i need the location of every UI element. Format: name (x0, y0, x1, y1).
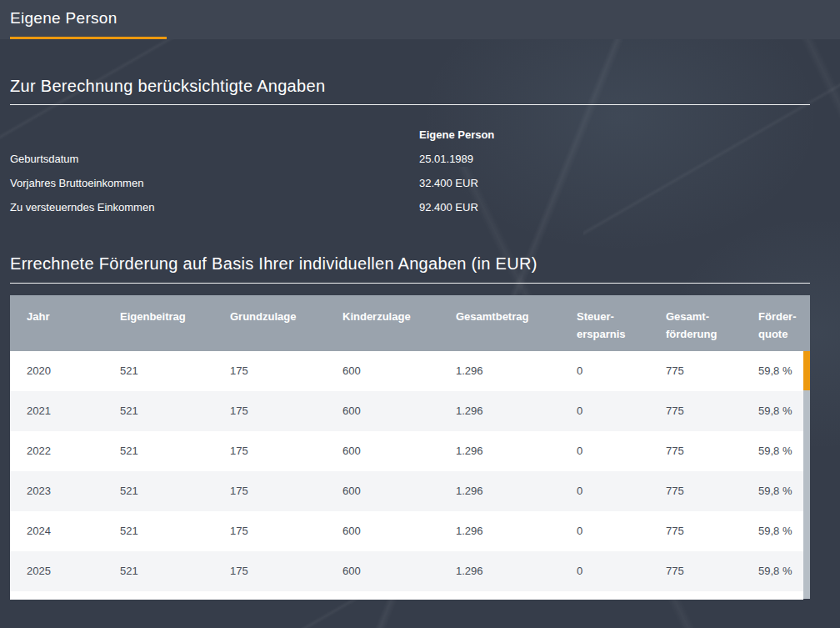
table-cell (742, 591, 803, 600)
inputs-grid-row: Geburtsdatum 25.01.1989 (10, 147, 810, 171)
table-cell: 775 (649, 511, 742, 551)
table-cell: 2020 (10, 351, 103, 391)
table-cell: 59,8 % (742, 431, 803, 471)
results-table-body: 20205211756001.296077559,8 %202152117560… (10, 351, 810, 600)
table-cell: 775 (649, 391, 742, 431)
table-cell: 600 (326, 351, 439, 391)
table-cell: 2025 (10, 551, 103, 591)
column-header: Steuer- ersparnis (560, 295, 649, 351)
table-cell: 0 (560, 351, 649, 391)
table-cell: 59,8 % (742, 351, 803, 391)
table-cell: 521 (103, 551, 213, 591)
results-section-heading: Errechnete Förderung auf Basis Ihrer ind… (10, 253, 810, 274)
column-header: Grundzulage (213, 295, 326, 351)
table-cell (649, 591, 742, 600)
table-cell: 1.296 (439, 391, 560, 431)
table-cell: 2024 (10, 511, 103, 551)
table-cell: 175 (213, 351, 326, 391)
table-cell (560, 591, 649, 600)
table-cell: 59,8 % (742, 551, 803, 591)
table-scrollbar-thumb[interactable] (803, 351, 810, 390)
table-cell: 521 (103, 351, 213, 391)
inputs-grid-row: Vorjahres Bruttoeinkommen 32.400 EUR (10, 171, 810, 195)
table-cell: 59,8 % (742, 391, 803, 431)
table-cell: 775 (649, 351, 742, 391)
table-cell: 1.296 (439, 511, 560, 551)
table-cell: 0 (560, 391, 649, 431)
table-cell: 521 (103, 471, 213, 511)
table-cell: 600 (326, 551, 439, 591)
table-row: 20205211756001.296077559,8 % (10, 351, 803, 391)
table-row: 20215211756001.296077559,8 % (10, 391, 803, 431)
table-cell (439, 591, 560, 600)
table-cell: 1.296 (439, 471, 560, 511)
section-divider (10, 104, 810, 105)
table-cell: 175 (213, 471, 326, 511)
page: Eigene Person Zur Berechnung berücksicht… (0, 0, 840, 628)
table-cell: 0 (560, 551, 649, 591)
table-cell: 2021 (10, 391, 103, 431)
inputs-grid-column-header: Eigene Person (419, 128, 810, 141)
tab-eigene-person[interactable]: Eigene Person (10, 0, 167, 39)
inputs-grid: Eigene Person Geburtsdatum 25.01.1989 Vo… (10, 123, 810, 219)
input-label: Geburtsdatum (10, 153, 419, 165)
input-value: 25.01.1989 (419, 153, 810, 165)
table-cell: 775 (649, 551, 742, 591)
table-cell: 175 (213, 551, 326, 591)
input-label: Vorjahres Bruttoeinkommen (10, 177, 419, 189)
results-table-header-row: JahrEigenbeitragGrundzulageKinderzulageG… (10, 295, 810, 351)
main-content: Zur Berechnung berücksichtigte Angaben E… (10, 39, 810, 600)
table-cell: 175 (213, 431, 326, 471)
table-row: 20225211756001.296077559,8 % (10, 431, 803, 471)
table-cell: 59,8 % (742, 511, 803, 551)
table-cell (10, 591, 103, 600)
column-header: Eigenbeitrag (103, 295, 213, 351)
column-header: Gesamt- förderung (649, 295, 742, 351)
table-cell: 0 (560, 431, 649, 471)
table-cell (326, 591, 439, 600)
table-cell (103, 591, 213, 600)
table-cell: 600 (326, 391, 439, 431)
input-label: Zu versteuerndes Einkommen (10, 201, 419, 214)
table-row: 20235211756001.296077559,8 % (10, 471, 803, 511)
table-cell: 1.296 (439, 551, 560, 591)
column-header: Kinderzulage (326, 295, 439, 351)
inputs-grid-header-row: Eigene Person (10, 123, 810, 147)
table-cell: 521 (103, 391, 213, 431)
top-bar: Eigene Person (0, 0, 840, 39)
table-cell: 775 (649, 431, 742, 471)
table-cell: 600 (326, 511, 439, 551)
table-cell: 2022 (10, 431, 103, 471)
page-title: Eigene Person (10, 0, 167, 28)
table-cell: 0 (560, 471, 649, 511)
table-cell: 521 (103, 511, 213, 551)
table-cell: 775 (649, 471, 742, 511)
column-header: Gesamtbetrag (439, 295, 560, 351)
table-scrollbar[interactable] (803, 351, 810, 599)
input-value: 32.400 EUR (419, 177, 810, 189)
table-cell: 1.296 (439, 431, 560, 471)
inputs-grid-row: Zu versteuerndes Einkommen 92.400 EUR (10, 195, 810, 219)
table-cell: 0 (560, 511, 649, 551)
results-table-rows: 20205211756001.296077559,8 %202152117560… (10, 351, 803, 600)
table-row (10, 591, 803, 600)
section-divider (10, 283, 810, 284)
table-row: 20255211756001.296077559,8 % (10, 551, 803, 591)
table-cell: 1.296 (439, 351, 560, 391)
table-row: 20245211756001.296077559,8 % (10, 511, 803, 551)
column-header: Jahr (10, 295, 103, 351)
table-cell: 175 (213, 511, 326, 551)
inputs-section-heading: Zur Berechnung berücksichtigte Angaben (10, 75, 810, 97)
table-cell: 600 (326, 431, 439, 471)
table-cell: 175 (213, 391, 326, 431)
table-cell: 521 (103, 431, 213, 471)
results-table: JahrEigenbeitragGrundzulageKinderzulageG… (10, 295, 810, 600)
table-cell: 2023 (10, 471, 103, 511)
table-cell: 59,8 % (742, 471, 803, 511)
table-cell: 600 (326, 471, 439, 511)
input-value: 92.400 EUR (419, 201, 810, 214)
table-cell (213, 591, 326, 600)
column-header: Förder- quote (742, 295, 803, 351)
